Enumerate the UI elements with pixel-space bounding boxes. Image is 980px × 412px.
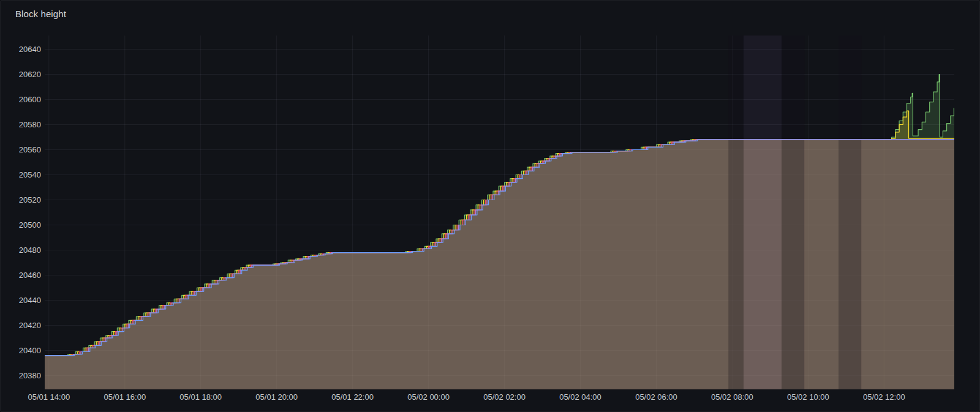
y-tick-label: 20440	[19, 296, 41, 305]
x-tick-label: 05/02 06:00	[635, 392, 677, 402]
series-blue-area	[45, 140, 954, 389]
x-axis-labels: 05/01 14:0005/01 16:0005/01 18:0005/01 2…	[28, 392, 905, 402]
annotation-region-1	[728, 36, 744, 389]
x-tick-label: 05/01 14:00	[28, 392, 70, 402]
y-tick-label: 20420	[19, 321, 41, 330]
annotation-region-3	[782, 36, 804, 389]
y-tick-label: 20480	[19, 245, 41, 255]
y-tick-label: 20600	[19, 95, 41, 104]
block-height-panel: Block height 203802040020420204402046020…	[0, 0, 980, 412]
x-tick-label: 05/01 18:00	[179, 392, 222, 402]
y-tick-label: 20380	[19, 371, 41, 380]
x-tick-label: 05/02 02:00	[483, 392, 526, 402]
y-tick-label: 20460	[19, 271, 41, 280]
annotation-region-4	[839, 36, 861, 389]
chart-svg[interactable]: 2038020400204202044020460204802050020520…	[1, 1, 980, 412]
y-tick-label: 20500	[19, 220, 41, 230]
annotation-regions	[728, 36, 861, 389]
x-tick-label: 05/01 20:00	[255, 392, 298, 402]
x-tick-label: 05/02 00:00	[407, 392, 450, 402]
y-tick-label: 20580	[19, 120, 41, 129]
annotation-region-2	[744, 36, 782, 389]
y-tick-label: 20640	[19, 45, 41, 54]
y-tick-label: 20520	[19, 195, 41, 204]
series-fills	[45, 75, 954, 390]
x-tick-label: 05/01 22:00	[331, 392, 374, 402]
x-tick-label: 05/01 16:00	[104, 392, 146, 402]
x-tick-label: 05/02 10:00	[787, 392, 829, 402]
y-tick-label: 20620	[19, 70, 41, 79]
y-tick-label: 20540	[19, 170, 41, 179]
y-tick-label: 20560	[19, 145, 41, 154]
block-height-chart[interactable]: 2038020400204202044020460204802050020520…	[1, 1, 979, 411]
y-axis-labels: 2038020400204202044020460204802050020520…	[19, 45, 41, 380]
x-tick-label: 05/02 12:00	[863, 392, 905, 402]
x-tick-label: 05/02 04:00	[559, 392, 601, 402]
y-tick-label: 20400	[19, 346, 41, 355]
x-tick-label: 05/02 08:00	[711, 392, 753, 402]
